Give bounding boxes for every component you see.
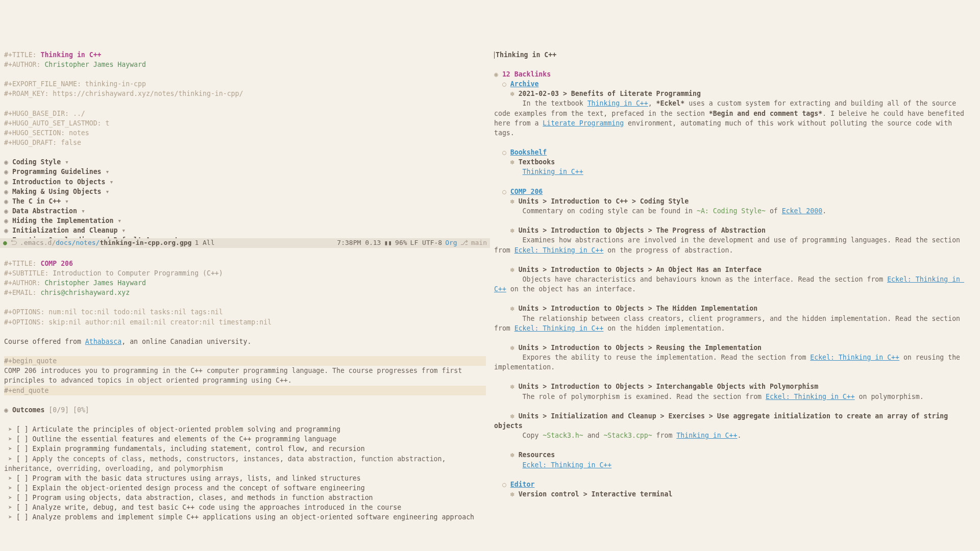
backlink-body: Copy ~Stack3.h~ and ~Stack3.cpp~ from Th…	[523, 432, 742, 439]
export-filename: #+EXPORT_FILE_NAME: thinking-in-cpp	[4, 80, 146, 88]
outcome-item: Program using objects, data abstraction,…	[33, 494, 373, 502]
athabasca-link[interactable]: Athabasca	[85, 338, 121, 345]
git-branch: main	[471, 238, 487, 248]
outcomes-headline[interactable]: Outcomes	[12, 406, 48, 414]
battery-percent: 96%	[395, 238, 407, 248]
back-arrow-icon: ⮌	[10, 238, 17, 248]
backlink-body: Commentary on coding style can be found …	[523, 207, 827, 215]
backlink-heading[interactable]: Resources	[519, 451, 555, 459]
checkbox[interactable]: [ ]	[16, 445, 33, 453]
backlink-heading[interactable]: Units > Introduction to Objects > An Obj…	[519, 266, 762, 273]
left-column: #+TITLE: Thinking in C++ #+AUTHOR: Chris…	[0, 39, 490, 551]
author-value: Christopher James Hayward	[44, 61, 146, 68]
backlink-heading[interactable]: Version control > Interactive terminal	[519, 490, 673, 498]
backlink-heading[interactable]: Textbooks	[519, 158, 555, 166]
title-keyword: #+TITLE:	[4, 260, 40, 267]
backlink-body: Examines how abstractions are involved i…	[494, 236, 964, 254]
backlink-source[interactable]: Editor	[510, 481, 535, 488]
checkbox[interactable]: [ ]	[16, 474, 33, 482]
title-value: Thinking in C++	[40, 51, 101, 59]
modified-indicator-icon: ●	[3, 238, 7, 248]
top-buffer[interactable]: #+TITLE: Thinking in C++ #+AUTHOR: Chris…	[0, 39, 490, 238]
org-roam-buffer[interactable]: Thinking in C++ ◉ 12 Backlinks ○ Archive…	[490, 39, 980, 551]
checkbox[interactable]: [ ]	[16, 494, 33, 502]
backlink-heading[interactable]: Units > Initialization and Cleanup > Exe…	[494, 412, 952, 430]
modeline-top[interactable]: ● ⮌ .emacs.d/docs/notes/thinking-in-cpp.…	[0, 238, 490, 248]
headline[interactable]: Initialization and Cleanup	[12, 227, 117, 234]
begin-quote: #+begin_quote	[4, 356, 486, 366]
encoding: LF UTF-8	[410, 238, 443, 248]
checkbox[interactable]: [ ]	[16, 513, 33, 521]
outcome-item: Analyze write, debug, and test basic C++…	[33, 504, 402, 511]
backlink-heading[interactable]: Units > Introduction to Objects > Interc…	[519, 383, 819, 390]
title-value: COMP 206	[40, 260, 73, 267]
backlink-body: Objects have characteristics and behavio…	[494, 276, 964, 293]
hugo-lastmod: #+HUGO_AUTO_SET_LASTMOD: t	[4, 119, 109, 127]
backlink-heading[interactable]: Units > Introduction to C++ > Coding Sty…	[519, 197, 689, 205]
backlink-body: The relationship between class creators,…	[494, 315, 964, 332]
end-quote: #+end_quote	[4, 386, 486, 395]
author-keyword: #+AUTHOR:	[4, 61, 44, 68]
backlink-source[interactable]: Archive	[510, 80, 539, 88]
course-text: Course offered from	[4, 338, 85, 345]
thinking-in-cpp-link[interactable]: Thinking in C++	[523, 168, 583, 176]
backlink-source[interactable]: COMP 206	[510, 188, 543, 195]
buffer-path: .emacs.d/docs/notes/thinking-in-cpp.org.…	[20, 238, 192, 248]
hugo-draft: #+HUGO_DRAFT: false	[4, 139, 81, 146]
author-value: Christopher James Hayward	[44, 279, 146, 287]
headline[interactable]: The C in C++	[12, 197, 61, 205]
subtitle-keyword: #+SUBTITLE:	[4, 269, 53, 277]
checkbox[interactable]: [ ]	[16, 425, 33, 433]
thinking-in-cpp-link[interactable]: Thinking in C++	[587, 99, 648, 107]
backlink-source[interactable]: Bookshelf	[510, 148, 547, 156]
checkbox[interactable]: [ ]	[16, 504, 33, 511]
mid-buffer[interactable]: #+TITLE: COMP 206 #+SUBTITLE: Introducti…	[0, 248, 490, 551]
email-value: chris@chrishayward.xyz	[40, 289, 130, 296]
backlink-body: In the textbook Thinking in C++, *Eckel*…	[494, 99, 968, 136]
hugo-section: #+HUGO_SECTION: notes	[4, 129, 89, 137]
options-line: #+OPTIONS: num:nil toc:nil todo:nil task…	[4, 308, 223, 316]
outcome-item: Articulate the principles of object-orie…	[33, 425, 340, 433]
outcome-item: Analyze problems and implement simple C+…	[33, 513, 474, 521]
author-keyword: #+AUTHOR:	[4, 279, 44, 287]
headline[interactable]: Coding Style	[12, 158, 61, 166]
outcome-item: Program with the basic data structures u…	[33, 474, 361, 482]
clock: 7:38PM 0.13	[337, 238, 381, 248]
emacs-frame: #+TITLE: Thinking in C++ #+AUTHOR: Chris…	[0, 39, 980, 551]
headline[interactable]: Introduction to Objects	[12, 178, 106, 186]
hugo-base-dir: #+HUGO_BASE_DIR: ../	[4, 110, 85, 117]
subtitle-value: Introduction to Computer Programming (C+…	[53, 269, 223, 277]
backlink-heading[interactable]: Units > Introduction to Objects > The Hi…	[519, 305, 757, 312]
literate-programming-link[interactable]: Literate Programming	[543, 119, 624, 127]
outcome-item: Explain the object-oriented design proce…	[33, 484, 365, 492]
buffer-position: 1 All	[194, 238, 214, 248]
backlink-body: Expores the ability to reuse the impleme…	[494, 354, 964, 371]
outcomes-stats: [0/9] [0%]	[48, 406, 89, 414]
eckel-link[interactable]: Eckel: Thinking in C++	[523, 461, 612, 469]
outcome-item: Apply the concepts of class, methods, co…	[4, 455, 450, 472]
checkbox[interactable]: [ ]	[16, 435, 33, 443]
backlink-heading[interactable]: Units > Introduction to Objects > The Pr…	[519, 227, 766, 234]
battery-icon: ▮▮	[384, 238, 392, 248]
backlink-body: The role of polymorphism is examined. Re…	[523, 393, 924, 400]
backlink-title: Thinking in C++	[495, 51, 556, 59]
headline[interactable]: Function Overloading and Default Argumen…	[12, 236, 182, 238]
backlinks-heading: 12 Backlinks	[502, 70, 551, 78]
email-keyword: #+EMAIL:	[4, 289, 40, 296]
major-mode[interactable]: Org	[445, 238, 457, 248]
title-keyword: #+TITLE:	[4, 51, 40, 59]
checkbox[interactable]: [ ]	[16, 484, 33, 492]
checkbox[interactable]: [ ]	[16, 455, 33, 463]
headline[interactable]: Hiding the Implementation	[12, 217, 114, 224]
headline[interactable]: Programming Guidelines	[12, 168, 102, 176]
backlink-heading[interactable]: 2021-02-03 > Benefits of Literate Progra…	[519, 90, 701, 97]
options-line: #+OPTIONS: skip:nil author:nil email:nil…	[4, 318, 272, 326]
outcome-item: Outline the essential features and eleme…	[33, 435, 336, 443]
backlink-heading[interactable]: Units > Introduction to Objects > Reusin…	[519, 344, 762, 352]
git-branch-icon: ⎇	[460, 238, 468, 248]
roam-key: #+ROAM_KEY: https://chrishayward.xyz/not…	[4, 90, 243, 97]
right-column: Thinking in C++ ◉ 12 Backlinks ○ Archive…	[490, 39, 980, 551]
headline[interactable]: Making & Using Objects	[12, 188, 102, 195]
outcome-item: Explain programming fundamentals, includ…	[33, 445, 365, 453]
headline[interactable]: Data Abstraction	[12, 207, 77, 215]
